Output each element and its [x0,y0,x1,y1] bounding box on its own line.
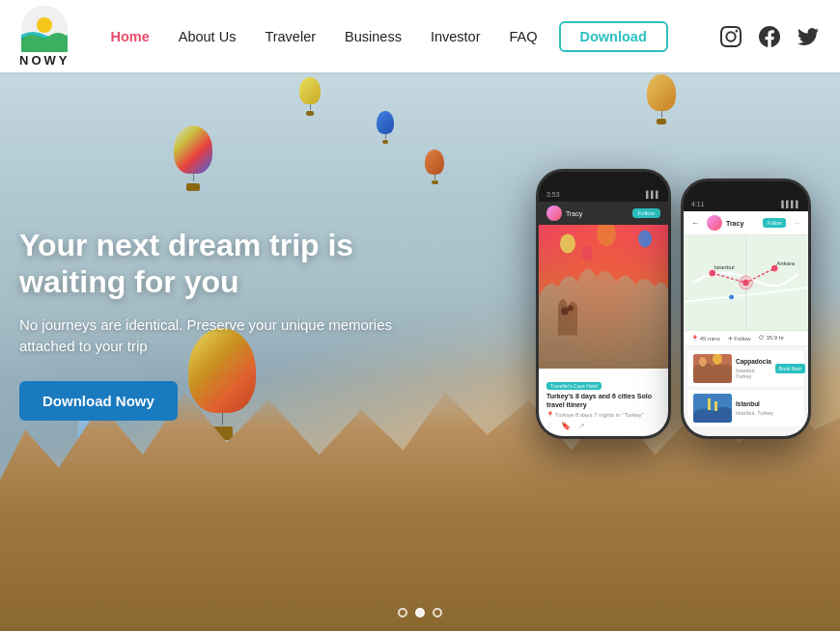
phone-mockup-1: 3:53 ▌▌▌ Tracy Follow [536,169,671,439]
phone2-card2-img [693,394,732,423]
twitter-icon[interactable] [796,24,821,49]
phone2-card1-title: Cappadocia [736,358,771,366]
nav-faq[interactable]: FAQ [497,23,548,50]
nav-home[interactable]: Home [98,23,160,50]
balloon-5 [425,150,444,184]
hero-content: Your next dream trip is waiting for you … [19,227,434,421]
svg-point-10 [709,269,716,277]
phone1-screen: 3:53 ▌▌▌ Tracy Follow [539,172,668,436]
svg-point-5 [638,230,652,247]
phone2-card1-info: Cappadocia Istanbul, Turkey [736,358,771,378]
balloon-4 [377,111,394,144]
phone2-screen: 4:11 ▌▌▌▌ ← Tracy Follow ··· [684,181,808,436]
balloon-2 [647,74,676,124]
facebook-icon[interactable] [757,24,782,49]
phone1-image [539,225,668,369]
phone2-status: 4:11 [691,201,705,207]
phone1-caption: Traveller's Cave Hotel Turkey's 8 days a… [539,369,668,436]
phone2-nav: ← Tracy Follow ··· [684,211,808,234]
phone2-card1-img [693,354,732,383]
nav-download-button[interactable]: Download [559,21,668,52]
phone2-card2-sub: Istanbul, Turkey [736,410,773,416]
instagram-icon[interactable] [718,24,743,49]
phone1-user-row: Tracy Follow [539,202,668,225]
hero-section: Your next dream trip is waiting for you … [0,72,840,631]
balloon-3 [174,125,212,191]
phone2-avatar [707,215,722,231]
logo-icon [21,6,68,52]
slide-dots [398,608,442,617]
svg-point-1 [37,17,52,33]
phone2-follow-btn[interactable]: Follow [763,218,786,228]
logo-link[interactable]: NOWY [19,6,70,68]
phone2-card2-info: Istanbul Istanbul, Turkey [736,400,773,415]
nav-business[interactable]: Business [333,23,413,50]
phone1-action-row: ♡ 🔖 ↗ [546,422,660,430]
phone2-cards: Cappadocia Istanbul, Turkey Book Now [684,346,808,436]
phone2-notch [722,181,770,199]
svg-point-18 [699,357,707,367]
hero-background: Your next dream trip is waiting for you … [0,72,840,631]
phone2-book-btn[interactable]: Book Now [775,364,805,373]
nav-traveler[interactable]: Traveler [253,23,327,50]
dot-1[interactable] [398,608,407,617]
balloon-1 [299,77,321,116]
svg-point-8 [568,305,574,311]
header: NOWY Home About Us Traveler Business Inv… [0,0,840,72]
phone2-card1-sub: Istanbul, Turkey [736,368,771,379]
phone1-tag: Traveller's Cave Hotel [546,382,602,390]
svg-rect-21 [708,398,711,410]
phone2-distance: 📍 45 mins [691,335,720,342]
phone1-follow-btn[interactable]: Follow [632,208,660,218]
svg-point-7 [561,307,569,315]
phone1-notch [579,172,628,189]
svg-text:Ankara: Ankara [776,261,796,266]
svg-rect-2 [539,225,668,369]
phone2-map: Istanbul Ankara [684,234,808,331]
phone2-stats: 📍 45 mins ✈ Follow ⏱ 35.9 hr [684,331,808,346]
phone2-battery: ▌▌▌▌ [781,201,800,207]
svg-point-6 [581,245,593,261]
svg-point-13 [729,294,735,300]
svg-point-3 [560,233,575,253]
svg-point-4 [597,225,616,246]
main-nav: Home About Us Traveler Business Investor… [98,21,699,52]
svg-point-14 [740,276,753,289]
phone1-trip-sub: 📍 Türkiye 8 days 7 nights in "Turkey" [546,411,660,418]
phone2-duration: ⏱ 35.9 hr [759,335,784,342]
phone2-back-btn[interactable]: ← [691,219,699,228]
phone2-more-icon[interactable]: ··· [794,219,800,228]
logo-text: NOWY [19,53,70,68]
dot-3[interactable] [433,608,442,617]
phone2-card-cappadocia: Cappadocia Istanbul, Turkey Book Now [687,350,804,387]
hero-subtitle: No journeys are identical. Preserve your… [19,315,434,358]
phone1-trip-title: Turkey's 8 days and 6 cities Solo travel… [546,392,660,409]
dot-2[interactable] [415,608,425,617]
social-icons [718,24,821,49]
hero-title: Your next dream trip is waiting for you [19,227,434,301]
phone1-status: 3:53 [546,191,560,198]
hero-cta-button[interactable]: Download Nowy [19,381,178,421]
phone2-card-istanbul: Istanbul Istanbul, Turkey [687,390,804,426]
phone1-share-icon: ↗ [578,422,585,430]
phone2-follow-stat: ✈ Follow [728,335,751,342]
phone1-battery: ▌▌▌ [646,191,660,198]
phone1-avatar [546,206,562,221]
phone2-username: Tracy [726,220,743,227]
phone1-bookmark-icon: 🔖 [561,422,571,430]
nav-investor[interactable]: Investor [419,23,492,50]
phone2-card2-title: Istanbul [736,400,773,408]
phone-mockup-2: 4:11 ▌▌▌▌ ← Tracy Follow ··· [681,178,811,439]
phone1-like-icon: ♡ [546,422,553,430]
nav-about-us[interactable]: About Us [167,23,248,50]
svg-text:Istanbul: Istanbul [714,264,735,270]
phones-container: 3:53 ▌▌▌ Tracy Follow [536,169,811,439]
phone1-username: Tracy [566,210,582,217]
svg-rect-22 [714,401,717,411]
